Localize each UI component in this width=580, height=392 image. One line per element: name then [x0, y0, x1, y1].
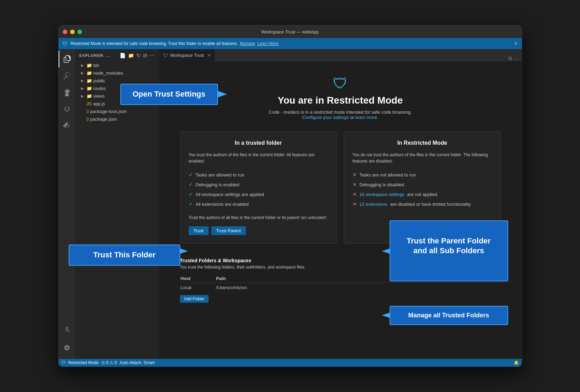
status-mode[interactable]: Restricted Mode	[68, 360, 99, 365]
title-bar: Workspace Trust — webApp	[59, 25, 522, 38]
activity-item-debug[interactable]	[59, 101, 75, 118]
folder-icon: 📁	[86, 93, 92, 99]
status-errors: ⊙ 0 ⚠ 0	[101, 360, 117, 365]
activity-item-extensions[interactable]	[59, 118, 75, 134]
trust-buttons: Trust Trust Parent	[189, 226, 328, 235]
feature-extensions: ✓ All extensions are enabled	[189, 199, 328, 209]
bell-icon[interactable]: 🔔	[514, 360, 519, 365]
activity-item-settings[interactable]	[59, 339, 75, 356]
chevron-icon: ▶	[81, 94, 85, 98]
open-trust-settings-callout: Open Trust Settings	[120, 84, 218, 105]
trusted-card-description: You trust the authors of the files in th…	[189, 152, 328, 164]
sidebar-tree: ▶ 📁 bin ▶ 📁 node_modules ▶ 📁 public	[75, 61, 159, 359]
tab-bar: 🛡 Workspace Trust × ⧉ ···	[159, 49, 522, 61]
tree-item-bin[interactable]: ▶ 📁 bin	[75, 61, 159, 69]
learn-more-content-link[interactable]: learn more	[355, 115, 377, 120]
trusted-card-title: In a trusted folder	[189, 140, 328, 146]
restricted-features-list: ✕ Tasks are not allowed to run ✕ Debuggi…	[353, 170, 492, 209]
activity-item-source-control[interactable]	[59, 84, 75, 101]
status-bar: 🛡 Restricted Mode ⊙ 0 ⚠ 0 Auto Attach: S…	[59, 359, 522, 367]
json-file-icon: {}	[86, 117, 89, 121]
content-header: 🛡 You are in Restricted Mode Code - Insi…	[180, 75, 501, 120]
folder-icon: 📁	[86, 63, 92, 68]
restricted-card-title: In Restricted Mode	[353, 140, 492, 146]
trust-parent-folder-callout: Trust the Parent Folder and all Sub Fold…	[390, 220, 508, 281]
activity-item-account[interactable]	[59, 321, 75, 338]
tree-item-label: bin	[93, 63, 99, 68]
notification-message: Restricted Mode is intended for safe cod…	[71, 41, 238, 46]
tree-item-label: public	[93, 78, 105, 83]
callout-text: Manage all Trusted Folders	[408, 312, 489, 319]
status-shield-icon: 🛡	[61, 360, 66, 365]
feature-tasks: ✓ Tasks are allowed to run	[189, 170, 328, 180]
sidebar-header: EXPLORER: ... 📄 📁 ↻ ⊟ ···	[75, 49, 159, 61]
host-cell: Local	[181, 284, 216, 292]
tree-item-package-lock[interactable]: ▶ {} package-lock.json	[75, 107, 159, 115]
trust-parent-button[interactable]: Trust Parent	[211, 226, 246, 235]
restricted-settings: ✕ 16 workspace settings are not applied	[353, 189, 492, 199]
page-title: You are in Restricted Mode	[180, 95, 501, 106]
status-left: 🛡 Restricted Mode ⊙ 0 ⚠ 0 Auto Attach: S…	[61, 360, 155, 365]
tree-item-node-modules[interactable]: ▶ 📁 node_modules	[75, 69, 159, 77]
configure-settings-link[interactable]: Configure your settings	[302, 115, 349, 120]
tree-item-label: node_modules	[93, 70, 123, 76]
activity-item-explorer[interactable]	[59, 51, 75, 67]
folder-icon: 📁	[86, 78, 92, 83]
add-folder-button[interactable]: Add Folder	[180, 295, 209, 303]
notification-bar: 🛡 Restricted Mode is intended for safe c…	[59, 38, 522, 49]
notification-manage-link[interactable]: Manage	[240, 41, 255, 46]
notification-close-button[interactable]: ×	[514, 40, 517, 47]
callout-text: Open Trust Settings	[133, 90, 205, 98]
restricted-debugging: ✕ Debugging is disabled	[353, 180, 492, 189]
activity-item-search[interactable]	[59, 67, 75, 84]
check-icon: ✓	[189, 172, 193, 178]
tree-item-label: app.js	[93, 101, 105, 106]
tab-label: Workspace Trust	[170, 53, 204, 58]
tab-workspace-trust[interactable]: 🛡 Workspace Trust ×	[159, 49, 216, 61]
workspace-settings-link[interactable]: 16 workspace settings	[360, 192, 405, 197]
feature-settings: ✓ All workspace settings are applied	[189, 189, 328, 199]
js-file-icon: JS	[86, 101, 92, 106]
collapse-icon[interactable]: ⊟	[143, 53, 148, 58]
trust-button[interactable]: Trust	[189, 226, 209, 235]
folder-icon: 📁	[86, 86, 92, 91]
json-file-icon: {}	[86, 109, 89, 113]
tab-bar-actions: ⧉ ···	[506, 55, 522, 61]
new-file-icon[interactable]: 📄	[120, 53, 126, 58]
tree-item-label: package.json	[90, 116, 117, 122]
folder-icon: 📁	[86, 70, 92, 76]
new-folder-icon[interactable]: 📁	[128, 53, 134, 58]
trust-note: Trust the authors of all files in the cu…	[189, 214, 328, 221]
window-title: Workspace Trust — webApp	[261, 29, 319, 35]
trusted-folder-card: In a trusted folder You trust the author…	[180, 131, 337, 244]
tree-item-label: package-lock.json	[90, 109, 127, 114]
tree-item-public[interactable]: ▶ 📁 public	[75, 77, 159, 84]
path-cell: /Users/chris/src	[216, 284, 500, 292]
refresh-icon[interactable]: ↻	[136, 53, 141, 58]
cross-icon: ✕	[353, 191, 357, 197]
host-column-header: Host	[181, 274, 216, 283]
check-icon: ✓	[189, 191, 193, 197]
feature-debugging: ✓ Debugging is enabled	[189, 180, 328, 189]
split-editor-icon[interactable]: ⧉	[509, 55, 512, 61]
minimize-button[interactable]	[70, 30, 75, 34]
chevron-icon: ▶	[81, 63, 85, 68]
traffic-lights	[63, 30, 82, 34]
trusted-features-list: ✓ Tasks are allowed to run ✓ Debugging i…	[189, 170, 328, 209]
more-actions-icon[interactable]: ···	[150, 53, 155, 58]
tab-close-button[interactable]: ×	[208, 52, 211, 59]
status-right: 🔔	[514, 360, 519, 365]
close-button[interactable]	[63, 30, 67, 34]
page-subtitle: Code - Insiders is in a restricted mode …	[180, 110, 501, 120]
tree-item-package-json[interactable]: ▶ {} package.json	[75, 115, 159, 123]
maximize-button[interactable]	[77, 30, 82, 34]
chevron-icon: ▶	[81, 78, 85, 83]
more-tab-actions-icon[interactable]: ···	[515, 56, 519, 61]
notification-shield-icon: 🛡	[63, 41, 67, 46]
activity-bar	[59, 49, 75, 359]
chevron-icon: ▶	[81, 71, 85, 75]
notification-learn-more-link[interactable]: Learn More	[257, 41, 278, 46]
tab-shield-icon: 🛡	[163, 53, 168, 58]
extensions-link[interactable]: 12 extensions	[360, 202, 387, 207]
tree-item-label: routes	[93, 86, 106, 91]
